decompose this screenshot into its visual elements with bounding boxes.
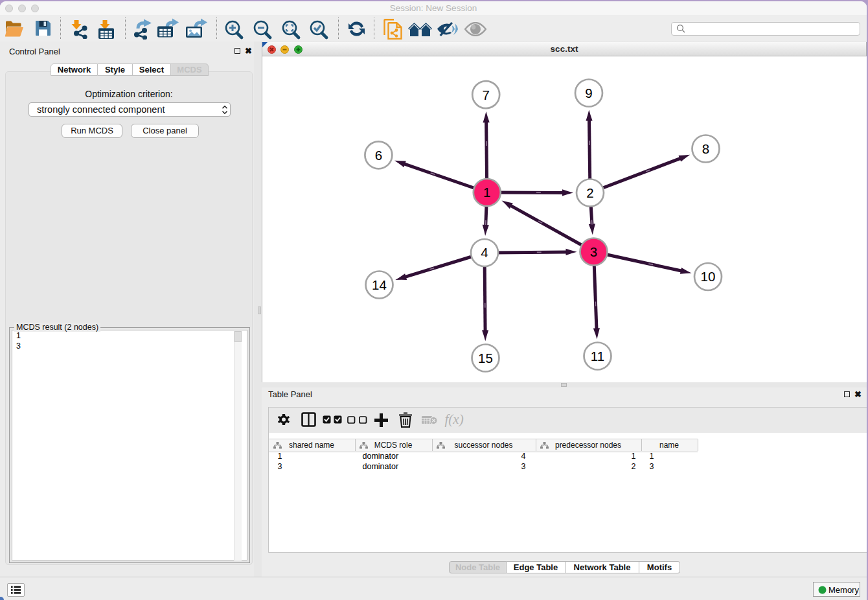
svg-text:1: 1 xyxy=(483,185,490,200)
svg-text:14: 14 xyxy=(372,277,387,292)
svg-text:2: 2 xyxy=(586,185,593,200)
svg-text:7: 7 xyxy=(482,87,489,102)
svg-text:11: 11 xyxy=(591,349,604,363)
svg-text:6: 6 xyxy=(375,148,382,163)
svg-text:9: 9 xyxy=(585,86,592,100)
svg-text:4: 4 xyxy=(481,245,488,260)
svg-text:10: 10 xyxy=(701,269,716,284)
svg-text:15: 15 xyxy=(478,351,493,365)
svg-text:3: 3 xyxy=(590,244,597,259)
svg-text:8: 8 xyxy=(702,141,709,156)
